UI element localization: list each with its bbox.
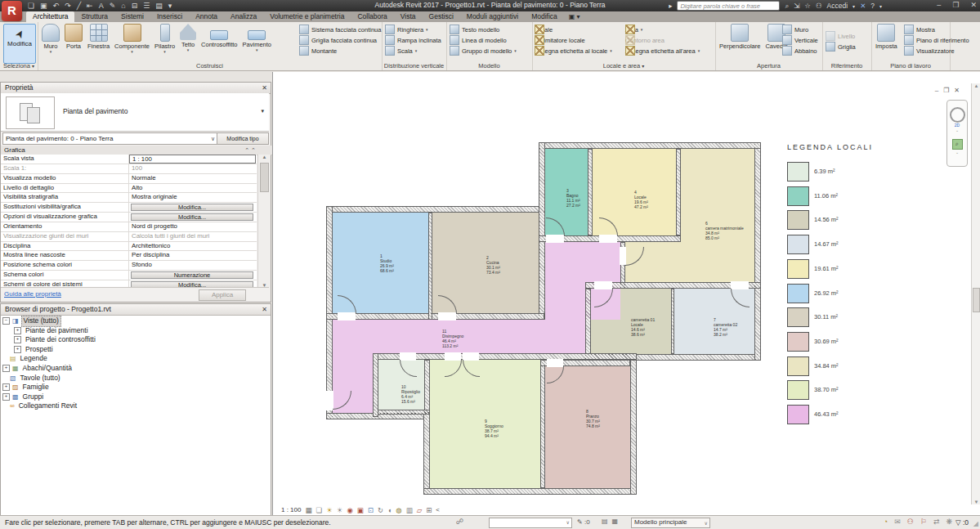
expand-icon[interactable]: − <box>2 317 10 325</box>
browser-item-piante-dei-pavimenti[interactable]: +Piante dei pavimenti <box>2 326 269 336</box>
tab-annota[interactable]: Annota <box>189 11 224 22</box>
tab-analizza[interactable]: Analizza <box>224 11 263 22</box>
button-locale[interactable]: Locale <box>535 25 624 34</box>
zoom-icon[interactable]: ⌕ <box>952 139 963 150</box>
button-muro[interactable]: Muro <box>782 25 821 34</box>
button-verticale[interactable]: Verticale <box>782 35 821 45</box>
visual-style-icon[interactable]: ❏ <box>316 505 323 515</box>
aligned-dimension-icon[interactable]: ⇤ <box>87 1 93 11</box>
default-3d-view-icon[interactable]: ⌂ <box>121 1 125 11</box>
modify-tab-panel-icon[interactable]: ▣ ▾ <box>564 11 580 22</box>
browser-item-abachi-quantit-[interactable]: +▦Abachi/Quantità <box>2 364 269 374</box>
button-testo-modello[interactable]: Testo modello <box>450 25 530 34</box>
browser-item-gruppi[interactable]: +▩Gruppi <box>2 392 269 402</box>
revit-logo[interactable]: R <box>2 1 22 21</box>
browser-item-famiglie[interactable]: +▨Famiglie <box>2 383 269 392</box>
unlocked-view-icon[interactable]: ↻ <box>378 505 383 515</box>
customize-qat-icon[interactable]: ▾ <box>168 1 172 11</box>
close-button[interactable]: ✕ <box>970 0 977 11</box>
drawing-area[interactable]: 1Studio26.9 m²68.6 m²2Cucina30.1 m²73.4 … <box>272 72 980 516</box>
type-selector[interactable]: Pianta del pavimento ▾ <box>1 93 269 132</box>
worksets-dialog-icon[interactable]: ▤ <box>602 518 608 525</box>
zoom-dropdown-icon[interactable]: ⌄ <box>947 150 967 155</box>
workset-status-icon[interactable]: ⚇ <box>907 518 914 526</box>
dropdown-arrow-icon[interactable]: ▾ <box>610 48 612 53</box>
reveal-hidden-icon[interactable]: ◍ <box>396 505 401 515</box>
panel-label-piano-di-lavoro[interactable]: Piano di lavoro <box>871 62 950 69</box>
dropdown-arrow-icon[interactable]: ▾ <box>426 27 428 32</box>
editing-requests[interactable]: ✎ :0 <box>577 518 590 526</box>
panel-label-modello[interactable]: Modello <box>446 62 532 69</box>
button-griglia[interactable]: Griglia <box>826 42 870 52</box>
design-options-icon[interactable]: ▦ <box>612 518 619 525</box>
tab-vista[interactable]: Vista <box>394 11 423 22</box>
favorites-icon[interactable]: ☆ <box>804 2 811 10</box>
shadows-icon[interactable]: ☀ <box>337 505 343 515</box>
tab-architettura[interactable]: Architettura <box>26 11 74 22</box>
tab-collabora[interactable]: Collabora <box>351 11 393 22</box>
exchange-apps-icon[interactable]: ✕ <box>860 2 866 10</box>
sun-path-icon[interactable]: ☀ <box>326 505 333 515</box>
measure-icon[interactable]: ╱ <box>77 1 81 11</box>
tab-gestisci[interactable]: Gestisci <box>423 11 460 22</box>
dropdown-arrow-icon[interactable]: ▾ <box>42 50 60 53</box>
dropdown-arrow-icon[interactable]: ▾ <box>698 48 700 53</box>
expand-icon[interactable]: + <box>2 383 10 391</box>
tab-volumetrie-e-planimetria[interactable]: Volumetrie e planimetria <box>263 11 351 22</box>
properties-close-icon[interactable]: ✕ <box>262 83 267 93</box>
button-delimitatore-locale[interactable]: Delimitatore locale <box>535 35 624 45</box>
panel-label-distribuzione[interactable]: Distribuzione verticale <box>382 62 446 69</box>
project-browser-close-icon[interactable]: ✕ <box>262 304 267 315</box>
tab-sistemi[interactable]: Sistemi <box>114 11 150 22</box>
button-muro[interactable]: Muro▾ <box>39 22 62 53</box>
show-crop-icon[interactable]: ⊡ <box>368 505 374 515</box>
view-instance-combo[interactable]: Pianta del pavimento: 0 - Piano Terra∨ <box>2 132 217 145</box>
restore-button[interactable]: ❐ <box>952 0 959 11</box>
expand-icon[interactable]: + <box>14 336 21 343</box>
dropdown-arrow-icon[interactable]: ▾ <box>641 27 643 32</box>
panel-label-locale-e-area[interactable]: Locale e area ▾ <box>532 62 715 69</box>
info-center-expander[interactable]: ▸ <box>669 2 672 10</box>
steering-wheel-icon[interactable] <box>950 107 965 123</box>
editable-only-icon[interactable]: ✉ <box>894 518 901 526</box>
subscription-icon[interactable]: ⇲ <box>794 2 799 10</box>
tab-struttura[interactable]: Struttura <box>74 11 114 22</box>
tag-icon[interactable]: ✎ <box>110 1 116 11</box>
button-rampa-inclinata[interactable]: Rampa inclinata <box>385 35 445 45</box>
room-camera-matrimoniale[interactable] <box>681 149 754 282</box>
browser-item-piante-dei-controsoffitti[interactable]: +Piante dei controsoffitti <box>2 335 269 345</box>
property-value-button[interactable]: Modifica... <box>131 213 253 221</box>
canvas-vertical-scrollbar[interactable]: ▲▼ <box>971 83 980 504</box>
button-pavimento[interactable]: Pavimento▾ <box>240 22 274 52</box>
link-status-icon[interactable]: ⚐ <box>920 518 927 526</box>
user-icon[interactable]: ⚇ <box>816 2 822 10</box>
dropdown-arrow-icon[interactable]: ▾ <box>114 50 150 53</box>
undo-icon[interactable]: ↶ <box>53 1 60 11</box>
button-sistema-facciata-continua[interactable]: Sistema facciata continua <box>299 25 381 34</box>
view-restore-icon[interactable]: ❐ <box>943 87 949 94</box>
button-perpendicolare[interactable]: Perpendicolare <box>717 22 763 50</box>
minimize-button[interactable]: – <box>937 0 941 11</box>
search-icon[interactable]: ⌕ <box>785 2 789 11</box>
browser-item-prospetti[interactable]: +Prospetti <box>2 345 269 355</box>
crop-view-icon[interactable]: ▣ <box>357 505 364 515</box>
tab-modifica[interactable]: Modifica <box>525 11 564 22</box>
signin-dropdown-icon[interactable]: ▾ <box>852 3 855 9</box>
design-option-combo[interactable]: Modello principale∨ <box>631 518 710 528</box>
button-imposta[interactable]: Imposta <box>873 22 900 50</box>
signin-label[interactable]: Accedi <box>827 2 848 10</box>
property-value-input[interactable]: 1 : 100 <box>129 155 256 164</box>
view-scale-label[interactable]: 1 : 100 <box>281 506 301 513</box>
button-controsoffitto[interactable]: Controsoffitto <box>199 22 239 48</box>
expand-icon[interactable]: + <box>14 327 21 334</box>
search-input[interactable] <box>677 1 780 11</box>
temporary-view-properties-icon[interactable]: ▥ <box>406 505 413 515</box>
dropdown-arrow-icon[interactable]: ▾ <box>415 48 418 53</box>
view-close-icon[interactable]: ✕ <box>954 87 960 94</box>
button-area[interactable]: Area▾ <box>625 25 714 34</box>
button-ringhiera[interactable]: Ringhiera▾ <box>385 25 445 34</box>
browser-item-legende[interactable]: ▤Legende <box>2 354 269 364</box>
properties-scrollbar[interactable]: ▲▼ <box>257 155 271 288</box>
button-mostra[interactable]: Mostra <box>904 25 950 34</box>
button-piano-di-riferimento[interactable]: Piano di riferimento <box>904 35 950 45</box>
